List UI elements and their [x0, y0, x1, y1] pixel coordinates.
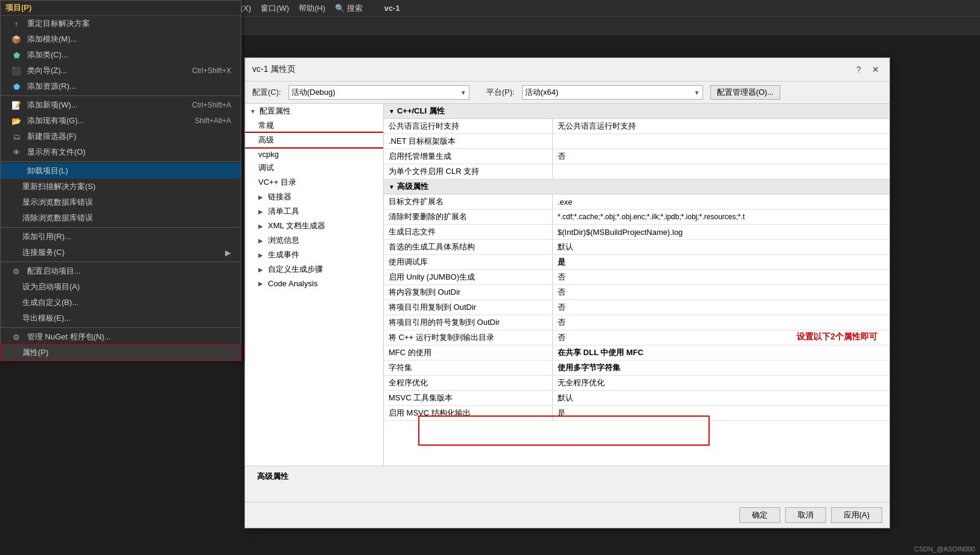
prop-copy-proj-refs[interactable]: 将项目引用复制到 OutDir 否 — [384, 300, 889, 315]
menu-help[interactable]: 帮助(H) — [294, 2, 330, 15]
separator-1 — [1, 95, 241, 96]
separator-2 — [1, 161, 241, 162]
description-area: 高级属性 — [245, 466, 889, 502]
menu-build-customizations[interactable]: 生成自定义(B)... — [1, 295, 241, 310]
menu-nuget[interactable]: ⚙ 管理 NuGet 程序包(N)... — [1, 329, 241, 345]
prop-use-debug-libs[interactable]: 使用调试库 是 — [384, 255, 889, 270]
tree-config-properties[interactable]: ▼ 配置属性 — [245, 104, 383, 118]
menu-class-wizard[interactable]: ⬛ 类向导(Z)... Ctrl+Shift+X — [1, 63, 241, 79]
prop-target-ext[interactable]: 目标文件扩展名 .exe — [384, 194, 889, 210]
menu-configure-startup[interactable]: ⚙ 配置启动项目... — [1, 263, 241, 279]
tree-linker[interactable]: ▶ 链接器 — [245, 190, 383, 204]
tree-browse-info[interactable]: ▶ 浏览信息 — [245, 233, 383, 248]
prop-mfc-use-key: MFC 的使用 — [384, 345, 553, 360]
tree-xml-label: XML 文档生成器 — [268, 220, 325, 231]
prop-copy-runtime-key: 将 C++ 运行时复制到输出目录 — [384, 330, 553, 345]
tree-custom-build[interactable]: ▶ 自定义生成步骤 — [245, 262, 383, 277]
prop-build-log-key: 生成日志文件 — [384, 225, 553, 239]
close-button[interactable]: ✕ — [869, 63, 882, 76]
ok-button[interactable]: 确定 — [739, 507, 780, 523]
menu-show-browse-errors[interactable]: 显示浏览数据库错误 — [1, 194, 241, 210]
tree-browse-label: 浏览信息 — [268, 235, 299, 246]
tree-vc-dirs[interactable]: VC++ 目录 — [245, 175, 383, 190]
menu-show-all-files[interactable]: 👁 显示所有文件(O) — [1, 144, 241, 160]
prop-msvc-structured-key: 启用 MSVC 结构化输出 — [384, 406, 553, 420]
menu-export-template[interactable]: 导出模板(E)... — [1, 310, 241, 326]
prop-wpo-val: 无全程序优化 — [553, 376, 889, 390]
menu-add-new-item[interactable]: 📝 添加新项(W)... Ctrl+Shift+A — [1, 97, 241, 113]
prop-managed-incremental-val: 否 — [553, 149, 889, 164]
prop-clr-support[interactable]: 公共语言运行时支持 无公共语言运行时支持 — [384, 119, 889, 134]
prop-managed-incremental[interactable]: 启用托管增量生成 否 — [384, 149, 889, 164]
prop-dotnet-version[interactable]: .NET 目标框架版本 — [384, 134, 889, 149]
prop-preferred-arch-val: 默认 — [553, 240, 889, 254]
prop-wpo[interactable]: 全程序优化 无全程序优化 — [384, 376, 889, 391]
tree-vc-dirs-label: VC++ 目录 — [258, 177, 296, 188]
platform-select[interactable]: 活动(x64) ▼ — [522, 85, 703, 100]
prop-copy-runtime[interactable]: 将 C++ 运行时复制到输出目录 否 设置以下2个属性即可 — [384, 330, 889, 345]
cancel-button[interactable]: 取消 — [785, 507, 826, 523]
menu-set-startup[interactable]: 设为启动项目(A) — [1, 279, 241, 295]
menu-add-resource[interactable]: ⬟ 添加资源(R)... — [1, 79, 241, 94]
code-analysis-expand-icon: ▶ — [258, 280, 267, 287]
apply-button[interactable]: 应用(A) — [831, 507, 882, 523]
tree-debug[interactable]: 调试 — [245, 161, 383, 175]
tree-advanced[interactable]: 高级 — [245, 133, 383, 147]
tree-build-events[interactable]: ▶ 生成事件 — [245, 248, 383, 262]
tree-manifest[interactable]: ▶ 清单工具 — [245, 204, 383, 219]
tree-custom-build-label: 自定义生成步骤 — [268, 264, 323, 275]
new-filter-icon: 🗂 — [10, 132, 22, 141]
prop-charset[interactable]: 字符集 使用多字节字符集 — [384, 361, 889, 376]
advanced-section-header[interactable]: ▼ 高级属性 — [384, 179, 889, 194]
menu-properties[interactable]: 属性(P) — [1, 345, 241, 361]
prop-msvc-structured[interactable]: 启用 MSVC 结构化输出 是 — [384, 406, 889, 421]
arrow-icon: ▶ — [225, 248, 231, 257]
tree-vcpkg[interactable]: vcpkg — [245, 147, 383, 161]
prop-build-log[interactable]: 生成日志文件 $(IntDir)$(MSBuildProjectName).lo… — [384, 225, 889, 240]
menu-rescan-solution[interactable]: 重新扫描解决方案(S) — [1, 179, 241, 194]
prop-clr-single[interactable]: 为单个文件启用 CLR 支持 — [384, 164, 889, 179]
menu-unload-project[interactable]: 卸载项目(L) — [1, 163, 241, 179]
prop-clr-support-key: 公共语言运行时支持 — [384, 119, 553, 133]
menu-window[interactable]: 窗口(W) — [256, 2, 294, 15]
menu-retarget[interactable]: ↑ 重定目标解决方案 — [1, 16, 241, 31]
nuget-icon: ⚙ — [10, 333, 22, 342]
prop-clr-single-key: 为单个文件启用 CLR 支持 — [384, 164, 553, 179]
tree-general[interactable]: 常规 — [245, 118, 383, 133]
prop-copy-content[interactable]: 将内容复制到 OutDir 否 — [384, 285, 889, 300]
menu-search[interactable]: 🔍 搜索 — [330, 2, 368, 15]
dialog-titlebar: vc-1 属性页 ? ✕ — [245, 58, 889, 82]
menu-add-existing[interactable]: 📂 添加现有项(G)... Shift+Alt+A — [1, 113, 241, 129]
config-manager-button[interactable]: 配置管理器(O)... — [710, 85, 781, 100]
add-existing-shortcut: Shift+Alt+A — [195, 117, 231, 125]
prop-clean-ext[interactable]: 清除时要删除的扩展名 *.cdf;*.cache;*.obj;*.obj.enc… — [384, 210, 889, 225]
menu-add-reference[interactable]: 添加引用(R)... — [1, 229, 241, 245]
prop-wpo-key: 全程序优化 — [384, 376, 553, 390]
prop-charset-val: 使用多字节字符集 — [553, 361, 889, 375]
menu-connect-service[interactable]: 连接服务(C) ▶ — [1, 245, 241, 260]
prop-use-debug-libs-val: 是 — [553, 255, 889, 269]
cpp-cli-section-header[interactable]: ▼ C++/CLI 属性 — [384, 104, 889, 119]
tree-advanced-label: 高级 — [258, 135, 274, 146]
prop-clr-support-val: 无公共语言运行时支持 — [553, 119, 889, 133]
prop-toolset[interactable]: MSVC 工具集版本 默认 — [384, 391, 889, 406]
cpp-cli-toggle-icon: ▼ — [389, 108, 395, 115]
menu-add-class[interactable]: ⬟ 添加类(C)... — [1, 47, 241, 63]
prop-unity[interactable]: 启用 Unity (JUMBO)生成 否 — [384, 270, 889, 285]
prop-copy-symbols-val: 否 — [553, 315, 889, 330]
prop-msvc-structured-val: 是 — [553, 406, 889, 420]
prop-mfc-use[interactable]: MFC 的使用 在共享 DLL 中使用 MFC — [384, 345, 889, 361]
prop-copy-proj-refs-key: 将项目引用复制到 OutDir — [384, 300, 553, 315]
menu-new-filter[interactable]: 🗂 新建筛选器(F) — [1, 129, 241, 144]
platform-label: 平台(P): — [486, 87, 515, 98]
prop-copy-symbols[interactable]: 将项目引用的符号复制到 OutDir 否 — [384, 315, 889, 330]
menu-add-module[interactable]: 📦 添加模块(M)... — [1, 31, 241, 47]
tree-xml-doc[interactable]: ▶ XML 文档生成器 — [245, 219, 383, 233]
tree-code-analysis[interactable]: ▶ Code Analysis — [245, 277, 383, 290]
help-button[interactable]: ? — [852, 63, 865, 76]
config-select[interactable]: 活动(Debug) ▼ — [288, 85, 469, 100]
menu-clear-browse-errors[interactable]: 清除浏览数据库错误 — [1, 210, 241, 226]
prop-preferred-arch[interactable]: 首选的生成工具体系结构 默认 — [384, 240, 889, 255]
tree-linker-label: 链接器 — [268, 191, 291, 202]
config-arrow-icon: ▼ — [460, 89, 466, 96]
